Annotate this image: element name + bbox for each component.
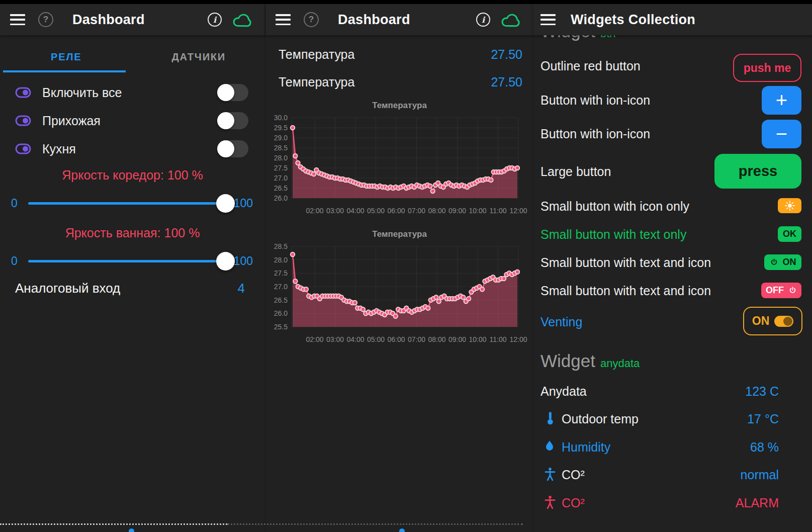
plus-button[interactable]: + <box>762 86 801 115</box>
svg-text:12:00: 12:00 <box>509 335 527 343</box>
panel-dashboard-sensors: ? Dashboard i Температура 27.50 Температ… <box>265 0 533 532</box>
menu-icon[interactable] <box>10 14 25 25</box>
panel-dashboard-relays: ? Dashboard i РЕЛЕ ДАТЧИКИ Включить все <box>0 0 265 532</box>
switch-label: Прихожая <box>42 114 101 128</box>
slider-knob[interactable] <box>216 252 235 271</box>
value-reading: 27.50 <box>491 47 522 62</box>
brightness-slider-corridor: 0 100 <box>0 191 265 216</box>
svg-text:26.0: 26.0 <box>274 194 288 202</box>
press-button[interactable]: press <box>714 154 801 189</box>
analog-input-value: 4 <box>238 281 245 296</box>
cloud-icon[interactable] <box>500 11 522 28</box>
svg-text:28.0: 28.0 <box>274 256 288 264</box>
help-icon[interactable]: ? <box>304 12 319 27</box>
info-icon[interactable]: i <box>476 13 490 27</box>
toggle-switch-kitchen[interactable] <box>217 140 248 157</box>
svg-text:09:00: 09:00 <box>448 207 466 215</box>
data-label: Anydata <box>540 384 587 399</box>
section-heading-anydata: Widgetanydata <box>540 351 640 371</box>
toggle-switch-all[interactable] <box>217 84 248 101</box>
svg-text:10:00: 10:00 <box>469 335 486 343</box>
menu-icon[interactable] <box>540 14 556 25</box>
value-label: Температура <box>279 47 354 62</box>
widget-label: Outline red button <box>540 59 641 73</box>
data-row-humidity: Humidity 68 % <box>533 438 812 458</box>
off-button[interactable]: OFF <box>761 283 801 298</box>
data-label: Humidity <box>562 440 610 455</box>
on-button[interactable]: ON <box>764 254 801 270</box>
svg-text:25.5: 25.5 <box>274 323 288 331</box>
clipped-icon <box>399 528 405 532</box>
info-icon[interactable]: i <box>208 13 222 27</box>
slider-knob[interactable] <box>216 194 235 213</box>
svg-text:06:00: 06:00 <box>387 335 405 343</box>
slider-min-label: 0 <box>11 197 18 210</box>
venting-toggle-button[interactable]: ON <box>743 307 802 335</box>
svg-text:27.5: 27.5 <box>274 164 288 172</box>
appbar: ? Dashboard i <box>265 4 533 35</box>
push-me-button[interactable]: push me <box>733 54 801 82</box>
person-icon <box>544 467 557 482</box>
tab-relays[interactable]: РЕЛЕ <box>0 43 133 70</box>
appbar: Widgets Collection <box>533 4 812 35</box>
page-title: Dashboard <box>72 12 145 28</box>
svg-text:26.5: 26.5 <box>274 296 288 304</box>
svg-text:28.0: 28.0 <box>274 154 288 162</box>
slider-min-label: 0 <box>11 254 18 268</box>
brightness-slider-bathroom: 0 100 <box>0 249 265 274</box>
svg-text:05:00: 05:00 <box>367 207 385 215</box>
widget-label: Small button with text and icon <box>540 255 711 270</box>
menu-icon[interactable] <box>276 14 291 25</box>
temperature-chart-2: Температура 02:0003:0004:0005:0006:0007:… <box>265 227 533 347</box>
slider-track[interactable] <box>28 202 233 205</box>
svg-text:03:00: 03:00 <box>326 335 344 343</box>
switch-row-hallway: Прихожая <box>0 108 265 134</box>
button-text: ON <box>752 314 770 328</box>
thermometer-icon <box>544 411 557 426</box>
svg-text:28.5: 28.5 <box>274 144 288 152</box>
sun-icon <box>784 200 795 211</box>
relay-toggle-icon <box>15 115 31 126</box>
switch-label: Кухня <box>42 142 76 156</box>
tab-sensors[interactable]: ДАТЧИКИ <box>133 43 265 70</box>
chart-title: Температура <box>265 227 533 243</box>
switch-row-kitchen: Кухня <box>0 136 265 162</box>
data-value: normal <box>741 468 779 482</box>
value-row-temperature-1: Температура 27.50 <box>265 43 533 68</box>
svg-text:30.0: 30.0 <box>274 115 288 122</box>
appbar: ? Dashboard i <box>0 4 265 35</box>
svg-text:28.5: 28.5 <box>274 243 288 250</box>
cloud-icon[interactable] <box>232 11 254 28</box>
svg-text:03:00: 03:00 <box>326 207 344 215</box>
active-tab-underline <box>3 70 126 72</box>
svg-text:10:00: 10:00 <box>469 207 486 215</box>
analog-input-label: Аналоговый вход <box>15 281 120 296</box>
toggle-switch-hallway[interactable] <box>217 112 248 129</box>
switch-row-all: Включить все <box>0 79 265 106</box>
data-value: 123 C <box>745 384 779 399</box>
clipped-icon <box>129 528 134 532</box>
value-row-temperature-2: Температура 27.50 <box>265 71 533 96</box>
slider-title-bathroom: Яркость ванная: 100 % <box>0 226 265 240</box>
svg-text:27.0: 27.0 <box>274 174 288 182</box>
sun-button[interactable] <box>778 198 801 213</box>
svg-text:27.5: 27.5 <box>274 269 288 277</box>
app-screen: ? Dashboard i РЕЛЕ ДАТЧИКИ Включить все <box>0 0 812 532</box>
svg-text:26.0: 26.0 <box>274 309 288 317</box>
ok-button[interactable]: OK <box>778 226 801 242</box>
minus-button[interactable]: − <box>762 120 801 148</box>
svg-text:27.0: 27.0 <box>274 283 288 291</box>
data-value: 68 % <box>750 440 779 455</box>
panel-widgets-collection: Widgets Collection Widgetbtn Outline red… <box>533 0 812 532</box>
slider-track[interactable] <box>28 260 233 262</box>
svg-text:02:00: 02:00 <box>306 335 323 343</box>
data-value: 17 °C <box>747 412 779 426</box>
relay-toggle-icon <box>15 143 31 154</box>
help-icon[interactable]: ? <box>38 12 53 27</box>
data-label: CO² <box>562 468 585 482</box>
value-label: Температура <box>279 75 354 90</box>
widget-label: Large button <box>540 164 611 179</box>
svg-text:02:00: 02:00 <box>306 207 323 215</box>
line-chart: 02:0003:0004:0005:0006:0007:0008:0009:00… <box>265 115 533 218</box>
page-divider-dotted <box>0 523 227 525</box>
